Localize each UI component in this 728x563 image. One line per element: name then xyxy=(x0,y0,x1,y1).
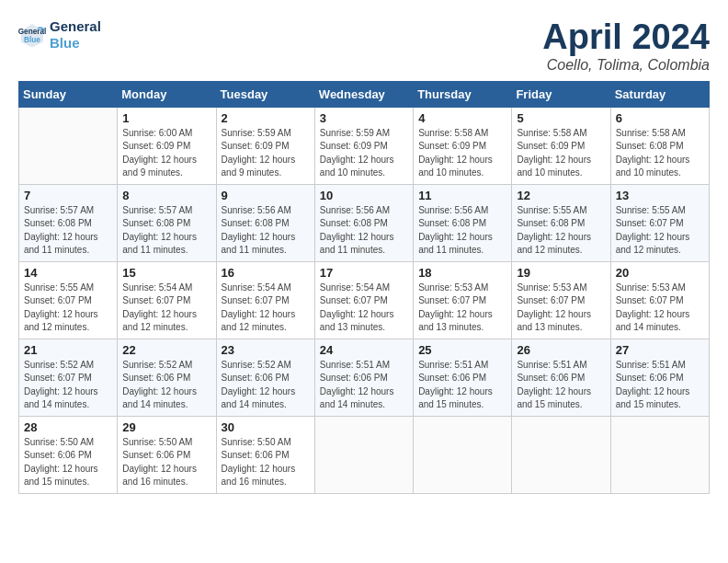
day-info: Sunrise: 5:58 AM Sunset: 6:09 PM Dayligh… xyxy=(418,127,506,180)
calendar-cell xyxy=(19,107,118,184)
calendar-cell: 13Sunrise: 5:55 AM Sunset: 6:07 PM Dayli… xyxy=(610,184,709,261)
header-day-wednesday: Wednesday xyxy=(314,81,413,107)
calendar-cell: 24Sunrise: 5:51 AM Sunset: 6:06 PM Dayli… xyxy=(314,339,413,416)
day-number: 1 xyxy=(122,111,210,125)
logo-text-line1: General xyxy=(50,18,101,35)
day-number: 23 xyxy=(222,343,310,357)
day-info: Sunrise: 5:51 AM Sunset: 6:06 PM Dayligh… xyxy=(418,359,506,412)
day-info: Sunrise: 5:54 AM Sunset: 6:07 PM Dayligh… xyxy=(222,282,310,335)
calendar-cell: 26Sunrise: 5:51 AM Sunset: 6:06 PM Dayli… xyxy=(512,339,610,416)
calendar-cell: 19Sunrise: 5:53 AM Sunset: 6:07 PM Dayli… xyxy=(512,261,610,339)
day-info: Sunrise: 5:59 AM Sunset: 6:09 PM Dayligh… xyxy=(320,127,408,180)
header-day-saturday: Saturday xyxy=(610,81,709,107)
calendar-cell: 7Sunrise: 5:57 AM Sunset: 6:08 PM Daylig… xyxy=(19,184,118,261)
day-info: Sunrise: 5:50 AM Sunset: 6:06 PM Dayligh… xyxy=(222,436,310,489)
header-day-sunday: Sunday xyxy=(19,81,118,107)
calendar-cell: 22Sunrise: 5:52 AM Sunset: 6:06 PM Dayli… xyxy=(118,339,216,416)
calendar-cell: 8Sunrise: 5:57 AM Sunset: 6:08 PM Daylig… xyxy=(118,184,216,261)
subtitle: Coello, Tolima, Colombia xyxy=(542,57,710,74)
calendar-cell xyxy=(414,416,512,493)
day-number: 28 xyxy=(24,420,112,434)
calendar-cell: 2Sunrise: 5:59 AM Sunset: 6:09 PM Daylig… xyxy=(216,107,314,184)
calendar-cell: 5Sunrise: 5:58 AM Sunset: 6:09 PM Daylig… xyxy=(512,107,610,184)
calendar-cell: 10Sunrise: 5:56 AM Sunset: 6:08 PM Dayli… xyxy=(314,184,413,261)
day-number: 10 xyxy=(320,189,408,202)
calendar-cell xyxy=(512,416,610,493)
calendar-table: SundayMondayTuesdayWednesdayThursdayFrid… xyxy=(18,81,710,494)
title-block: April 2024 Coello, Tolima, Colombia xyxy=(542,18,710,74)
calendar-body: 1Sunrise: 6:00 AM Sunset: 6:09 PM Daylig… xyxy=(19,107,710,493)
page-header: General Blue General Blue April 2024 Coe… xyxy=(18,18,710,74)
day-info: Sunrise: 5:52 AM Sunset: 6:07 PM Dayligh… xyxy=(24,359,112,412)
calendar-cell: 27Sunrise: 5:51 AM Sunset: 6:06 PM Dayli… xyxy=(610,339,709,416)
calendar-week-3: 14Sunrise: 5:55 AM Sunset: 6:07 PM Dayli… xyxy=(19,261,710,339)
day-number: 22 xyxy=(122,343,210,357)
logo-text-line2: Blue xyxy=(50,35,101,52)
day-number: 18 xyxy=(418,266,506,280)
calendar-cell: 14Sunrise: 5:55 AM Sunset: 6:07 PM Dayli… xyxy=(19,261,118,339)
calendar-cell: 16Sunrise: 5:54 AM Sunset: 6:07 PM Dayli… xyxy=(216,261,314,339)
calendar-week-1: 1Sunrise: 6:00 AM Sunset: 6:09 PM Daylig… xyxy=(19,107,710,184)
calendar-cell: 4Sunrise: 5:58 AM Sunset: 6:09 PM Daylig… xyxy=(414,107,512,184)
day-info: Sunrise: 5:58 AM Sunset: 6:08 PM Dayligh… xyxy=(616,127,704,180)
svg-text:Blue: Blue xyxy=(24,36,40,44)
calendar-cell: 30Sunrise: 5:50 AM Sunset: 6:06 PM Dayli… xyxy=(216,416,314,493)
calendar-cell: 12Sunrise: 5:55 AM Sunset: 6:08 PM Dayli… xyxy=(512,184,610,261)
day-number: 21 xyxy=(24,343,112,357)
calendar-cell xyxy=(314,416,413,493)
calendar-cell: 11Sunrise: 5:56 AM Sunset: 6:08 PM Dayli… xyxy=(414,184,512,261)
calendar-cell: 29Sunrise: 5:50 AM Sunset: 6:06 PM Dayli… xyxy=(118,416,216,493)
day-info: Sunrise: 5:50 AM Sunset: 6:06 PM Dayligh… xyxy=(122,436,210,489)
day-info: Sunrise: 5:51 AM Sunset: 6:06 PM Dayligh… xyxy=(616,359,704,412)
day-number: 12 xyxy=(517,189,605,202)
calendar-cell: 9Sunrise: 5:56 AM Sunset: 6:08 PM Daylig… xyxy=(216,184,314,261)
calendar-cell: 28Sunrise: 5:50 AM Sunset: 6:06 PM Dayli… xyxy=(19,416,118,493)
header-day-friday: Friday xyxy=(512,81,610,107)
day-number: 9 xyxy=(222,189,310,202)
day-info: Sunrise: 5:57 AM Sunset: 6:08 PM Dayligh… xyxy=(24,204,112,258)
day-info: Sunrise: 6:00 AM Sunset: 6:09 PM Dayligh… xyxy=(122,127,210,180)
day-number: 2 xyxy=(222,111,310,125)
calendar-cell: 18Sunrise: 5:53 AM Sunset: 6:07 PM Dayli… xyxy=(414,261,512,339)
day-number: 30 xyxy=(222,420,310,434)
day-number: 20 xyxy=(616,266,704,280)
day-info: Sunrise: 5:54 AM Sunset: 6:07 PM Dayligh… xyxy=(122,282,210,335)
header-day-tuesday: Tuesday xyxy=(216,81,314,107)
day-number: 19 xyxy=(517,266,605,280)
day-number: 8 xyxy=(122,189,210,202)
calendar-cell: 25Sunrise: 5:51 AM Sunset: 6:06 PM Dayli… xyxy=(414,339,512,416)
day-info: Sunrise: 5:57 AM Sunset: 6:08 PM Dayligh… xyxy=(122,204,210,258)
calendar-cell: 17Sunrise: 5:54 AM Sunset: 6:07 PM Dayli… xyxy=(314,261,413,339)
calendar-cell: 21Sunrise: 5:52 AM Sunset: 6:07 PM Dayli… xyxy=(19,339,118,416)
logo-icon: General Blue xyxy=(18,21,46,49)
day-number: 11 xyxy=(418,189,506,202)
day-info: Sunrise: 5:58 AM Sunset: 6:09 PM Dayligh… xyxy=(517,127,605,180)
calendar-week-5: 28Sunrise: 5:50 AM Sunset: 6:06 PM Dayli… xyxy=(19,416,710,493)
day-number: 14 xyxy=(24,266,112,280)
day-info: Sunrise: 5:53 AM Sunset: 6:07 PM Dayligh… xyxy=(517,282,605,335)
day-number: 3 xyxy=(320,111,408,125)
day-number: 29 xyxy=(122,420,210,434)
day-number: 15 xyxy=(122,266,210,280)
calendar-cell: 23Sunrise: 5:52 AM Sunset: 6:06 PM Dayli… xyxy=(216,339,314,416)
calendar-week-4: 21Sunrise: 5:52 AM Sunset: 6:07 PM Dayli… xyxy=(19,339,710,416)
calendar-cell xyxy=(610,416,709,493)
calendar-cell: 20Sunrise: 5:53 AM Sunset: 6:07 PM Dayli… xyxy=(610,261,709,339)
calendar-cell: 1Sunrise: 6:00 AM Sunset: 6:09 PM Daylig… xyxy=(118,107,216,184)
day-info: Sunrise: 5:55 AM Sunset: 6:08 PM Dayligh… xyxy=(517,204,605,258)
day-info: Sunrise: 5:56 AM Sunset: 6:08 PM Dayligh… xyxy=(222,204,310,258)
day-number: 6 xyxy=(616,111,704,125)
day-number: 24 xyxy=(320,343,408,357)
day-info: Sunrise: 5:54 AM Sunset: 6:07 PM Dayligh… xyxy=(320,282,408,335)
day-info: Sunrise: 5:56 AM Sunset: 6:08 PM Dayligh… xyxy=(418,204,506,258)
day-number: 7 xyxy=(24,189,112,202)
calendar-header-row: SundayMondayTuesdayWednesdayThursdayFrid… xyxy=(19,81,710,107)
day-info: Sunrise: 5:52 AM Sunset: 6:06 PM Dayligh… xyxy=(122,359,210,412)
day-info: Sunrise: 5:56 AM Sunset: 6:08 PM Dayligh… xyxy=(320,204,408,258)
day-info: Sunrise: 5:51 AM Sunset: 6:06 PM Dayligh… xyxy=(517,359,605,412)
day-number: 16 xyxy=(222,266,310,280)
calendar-cell: 3Sunrise: 5:59 AM Sunset: 6:09 PM Daylig… xyxy=(314,107,413,184)
day-info: Sunrise: 5:59 AM Sunset: 6:09 PM Dayligh… xyxy=(222,127,310,180)
day-info: Sunrise: 5:52 AM Sunset: 6:06 PM Dayligh… xyxy=(222,359,310,412)
calendar-cell: 15Sunrise: 5:54 AM Sunset: 6:07 PM Dayli… xyxy=(118,261,216,339)
